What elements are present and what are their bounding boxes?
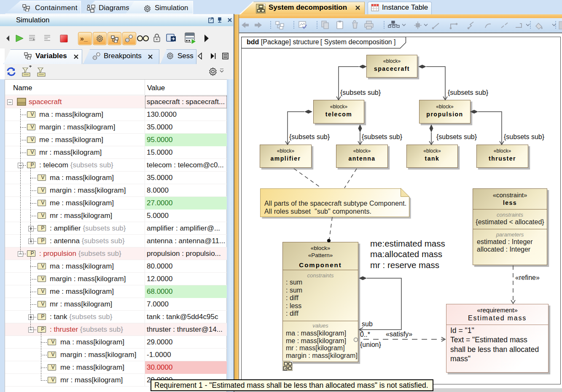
svg-text:»_: »_ (80, 35, 88, 42)
